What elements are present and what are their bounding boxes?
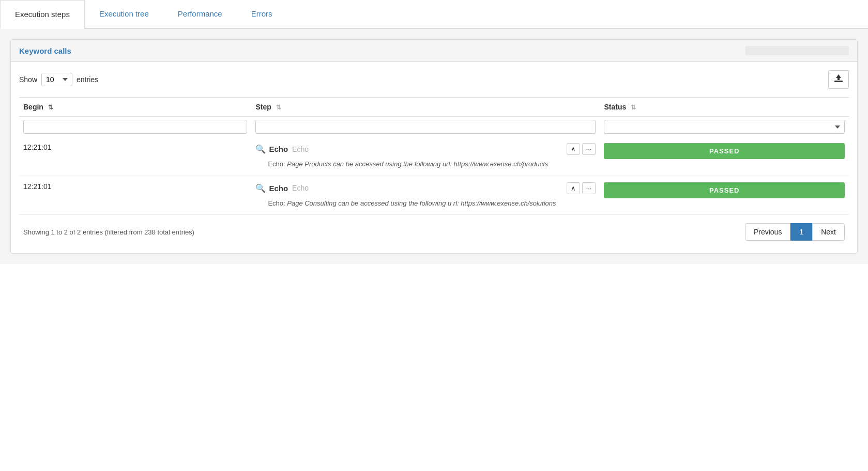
row2-step-name: Echo: [269, 184, 288, 193]
row2-step-tag: Echo: [292, 184, 309, 192]
row2-more-button[interactable]: ···: [582, 182, 596, 194]
table-row: 12:21:01 🔍 Echo Echo ∧ ···: [19, 176, 849, 215]
next-button[interactable]: Next: [812, 223, 845, 241]
row1-lambda-button[interactable]: ∧: [567, 143, 580, 155]
row1-actions: ∧ ···: [567, 143, 596, 155]
entries-select[interactable]: 10 25 50 100: [41, 73, 72, 86]
row2-status-badge: PASSED: [604, 182, 845, 198]
table-row: 12:21:01 🔍 Echo Echo ∧ ···: [19, 137, 849, 176]
show-label: Show: [19, 75, 37, 84]
row1-search-icon: 🔍: [255, 144, 266, 154]
row1-step-name: Echo: [269, 145, 288, 153]
filter-status-select[interactable]: PASSED FAILED: [604, 120, 845, 134]
table-footer: Showing 1 to 2 of 2 entries (filtered fr…: [19, 215, 849, 245]
show-entries-left: Show 10 25 50 100 entries: [19, 73, 98, 86]
svg-marker-1: [836, 74, 841, 80]
pagination: Previous 1 Next: [745, 223, 845, 241]
tab-execution-tree[interactable]: Execution tree: [85, 0, 163, 28]
col-header-begin[interactable]: Begin ⇅: [19, 98, 251, 117]
filter-step-input[interactable]: [255, 120, 596, 134]
entries-label: entries: [77, 75, 98, 84]
row1-desc-prefix: Echo:: [268, 160, 285, 168]
row1-desc-italic: Page Products can be accessed using the …: [285, 160, 549, 168]
row2-begin: 12:21:01: [19, 176, 251, 215]
row1-step-tag: Echo: [292, 145, 309, 153]
keyword-calls-card: Keyword calls Show 10 25 50 100 entries: [10, 39, 858, 254]
row2-desc-prefix: Echo:: [268, 199, 285, 207]
row1-status-cell: PASSED: [600, 137, 849, 176]
tabs-bar: Execution steps Execution tree Performan…: [0, 0, 868, 29]
col-header-status[interactable]: Status ⇅: [600, 98, 849, 117]
sort-icon-begin: ⇅: [48, 104, 53, 111]
tab-errors[interactable]: Errors: [237, 0, 287, 28]
show-entries-row: Show 10 25 50 100 entries: [19, 70, 849, 89]
filter-row: PASSED FAILED: [19, 117, 849, 137]
table-header-row: Begin ⇅ Step ⇅ Status ⇅: [19, 98, 849, 117]
row1-step: 🔍 Echo Echo ∧ ··· Echo: Page Products ca…: [251, 137, 600, 176]
entries-summary: Showing 1 to 2 of 2 entries (filtered fr…: [23, 228, 194, 236]
card-title: Keyword calls: [19, 46, 71, 55]
row2-desc-italic: Page Consulting can be accessed using th…: [285, 199, 556, 207]
sort-icon-step: ⇅: [276, 104, 281, 111]
row1-step-main: 🔍 Echo Echo ∧ ···: [255, 143, 596, 155]
filter-status-cell: PASSED FAILED: [600, 117, 849, 137]
main-content: Keyword calls Show 10 25 50 100 entries: [0, 29, 868, 264]
tab-performance[interactable]: Performance: [163, 0, 237, 28]
row2-step: 🔍 Echo Echo ∧ ··· Echo: Page Consulting …: [251, 176, 600, 215]
row1-description: Echo: Page Products can be accessed usin…: [255, 159, 596, 169]
progress-bar: [745, 46, 849, 55]
row1-begin: 12:21:01: [19, 137, 251, 176]
previous-button[interactable]: Previous: [745, 223, 790, 241]
col-header-step[interactable]: Step ⇅: [251, 98, 600, 117]
tab-execution-steps[interactable]: Execution steps: [0, 0, 85, 29]
row2-step-main: 🔍 Echo Echo ∧ ···: [255, 182, 596, 194]
row2-actions: ∧ ···: [567, 182, 596, 194]
row2-search-icon: 🔍: [255, 183, 266, 193]
export-icon: [834, 74, 843, 83]
card-header: Keyword calls: [11, 40, 857, 62]
row2-lambda-button[interactable]: ∧: [567, 182, 580, 194]
sort-icon-status: ⇅: [631, 104, 636, 111]
filter-begin-cell: [19, 117, 251, 137]
row1-more-button[interactable]: ···: [582, 143, 596, 155]
filter-begin-input[interactable]: [23, 120, 247, 134]
row2-status-cell: PASSED: [600, 176, 849, 215]
page-1-button[interactable]: 1: [790, 223, 812, 241]
export-button[interactable]: [828, 70, 849, 89]
card-body: Show 10 25 50 100 entries: [11, 62, 857, 253]
row2-description: Echo: Page Consulting can be accessed us…: [255, 198, 596, 209]
svg-rect-0: [834, 81, 843, 82]
table-body: 12:21:01 🔍 Echo Echo ∧ ···: [19, 137, 849, 215]
row1-status-badge: PASSED: [604, 143, 845, 159]
data-table: Begin ⇅ Step ⇅ Status ⇅: [19, 97, 849, 215]
filter-step-cell: [251, 117, 600, 137]
